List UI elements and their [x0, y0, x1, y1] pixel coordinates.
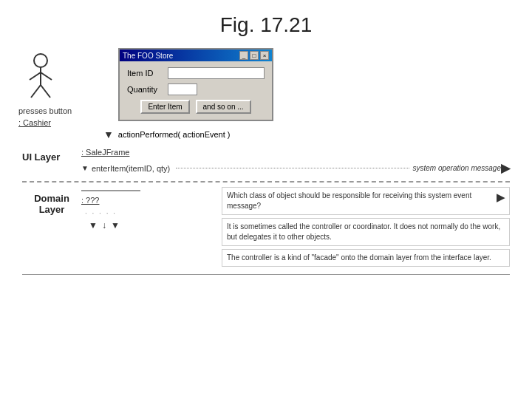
quantity-label: Quantity: [127, 85, 168, 94]
dialog-field-quantity: Quantity: [127, 83, 265, 95]
dialog-field-itemid: Item ID: [127, 67, 265, 79]
and-so-on-button[interactable]: and so on ...: [196, 100, 251, 114]
ui-dotted-line: [176, 168, 409, 168]
svg-line-2: [30, 72, 41, 80]
dialog-box: The FOO Store _ □ × Item ID Quantity Ent…: [118, 48, 273, 121]
svg-point-0: [34, 54, 47, 67]
info-box-1-arrow: ▶: [497, 191, 505, 205]
dialog-buttons: Enter Item and so on ...: [127, 100, 265, 114]
domain-content: : ??? · · · · · ▼ ↓ ▼ ▶ Which class of o…: [81, 187, 510, 270]
info-box-3: The controller is a kind of "facade" ont…: [222, 249, 510, 267]
ui-arrow: ▼: [81, 164, 89, 172]
dialog-minimize-btn[interactable]: _: [239, 51, 248, 60]
ui-method-row: ▼ enterItem(itemID, qty) system operatio…: [81, 161, 510, 175]
ui-method-text: enterItem(itemID, qty): [92, 164, 170, 173]
svg-line-3: [41, 72, 52, 80]
domain-left: : ??? · · · · · ▼ ↓ ▼: [81, 187, 214, 270]
info-box-1: ▶ Which class of object should be respon…: [222, 187, 510, 215]
cashier-label: : Cashier: [18, 118, 51, 127]
domain-arrow-left: ▼: [89, 220, 98, 231]
domain-arrow-mid: ↓: [102, 220, 106, 231]
action-arrow: ▼: [103, 129, 114, 140]
domain-dotted-row: · · · · ·: [85, 209, 117, 217]
bottom-separator: [22, 274, 510, 275]
info-box-1-text: Which class of object should be responsi…: [227, 191, 471, 210]
ui-system-op: system operation message: [412, 164, 501, 172]
dialog-title: The FOO Store: [123, 52, 173, 60]
domain-layer-section: DomainLayer : ??? · · · · · ▼ ↓ ▼ ▶ Whic…: [0, 187, 532, 270]
itemid-label: Item ID: [127, 69, 168, 78]
domain-obj-label: : ???: [81, 196, 99, 205]
action-text: actionPerformed( actionEvent ): [118, 130, 231, 139]
domain-right: ▶ Which class of object should be respon…: [214, 187, 510, 270]
quantity-input[interactable]: [168, 83, 197, 95]
info-box-3-text: The controller is a kind of "facade" ont…: [227, 253, 491, 262]
enter-item-button[interactable]: Enter Item: [140, 100, 189, 114]
domain-dots: · · · · ·: [85, 209, 117, 217]
domain-arrows: ▼ ↓ ▼: [89, 220, 120, 231]
ui-layer-section: UI Layer : SaleJFrame ▼ enterItem(itemID…: [0, 148, 532, 177]
domain-layer-label: DomainLayer: [22, 187, 81, 215]
ui-system-op-arrow: ▶: [501, 161, 510, 175]
itemid-input[interactable]: [168, 67, 265, 79]
dialog-titlebar-buttons: _ □ ×: [239, 51, 269, 60]
dialog-titlebar: The FOO Store _ □ ×: [120, 50, 272, 61]
domain-arrow-right: ▼: [111, 220, 120, 231]
ui-layer-content: : SaleJFrame ▼ enterItem(itemID, qty) sy…: [81, 148, 510, 177]
ui-layer-label: UI Layer: [22, 148, 81, 163]
svg-line-5: [41, 85, 50, 98]
info-box-2: It is sometimes called the controller or…: [222, 218, 510, 246]
domain-line-top: [81, 190, 140, 191]
layer-separator: [22, 181, 510, 183]
cashier-panel: presses button : Cashier: [15, 44, 96, 127]
page-title: Fig. 17.21: [0, 0, 532, 44]
stick-figure: [22, 52, 59, 103]
svg-line-4: [31, 85, 41, 98]
dialog-close-btn[interactable]: ×: [260, 51, 269, 60]
presses-label: presses button: [18, 106, 72, 115]
action-row: ▼ actionPerformed( actionEvent ): [103, 129, 231, 140]
dialog-maximize-btn[interactable]: □: [250, 51, 259, 60]
info-box-2-text: It is sometimes called the controller or…: [227, 222, 500, 241]
dialog-body: Item ID Quantity Enter Item and so on ..…: [120, 61, 272, 120]
ui-object-box: : SaleJFrame: [81, 148, 510, 157]
